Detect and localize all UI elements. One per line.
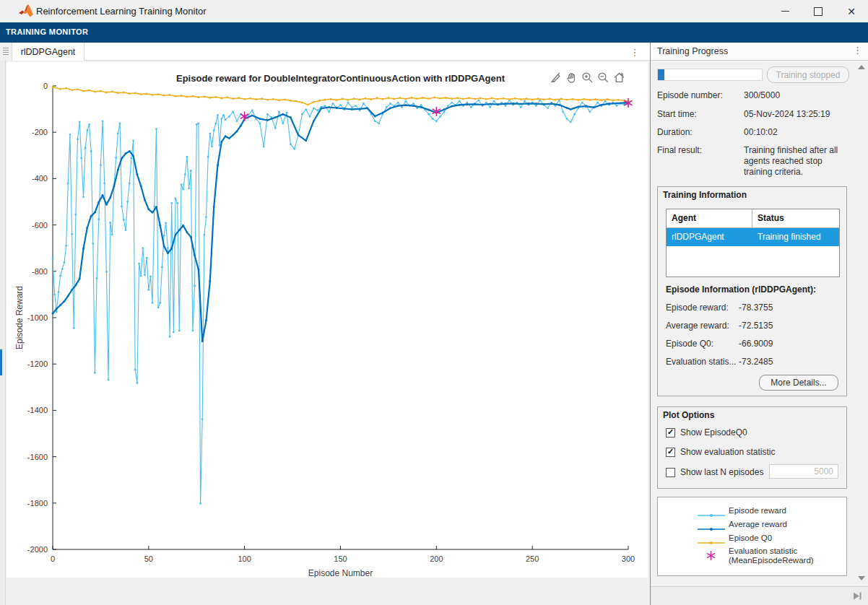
tab-overflow-kebab-icon[interactable]: ⋮: [628, 45, 642, 59]
episode-q0-value: -66.9009: [739, 339, 773, 349]
svg-text:Episode Number: Episode Number: [308, 568, 373, 578]
svg-text:-600: -600: [32, 221, 48, 230]
document-tab-bar: rlDDPGAgent ⋮: [0, 43, 650, 61]
legend-episode-reward-label: Episode reward: [729, 506, 786, 515]
duration-row: Duration: 00:10:02: [657, 127, 862, 138]
show-evaluation-statistic-checkbox[interactable]: [666, 448, 675, 457]
svg-text:-1000: -1000: [27, 313, 48, 322]
legend-episode-q0-label: Episode Q0: [729, 534, 772, 542]
pan-icon[interactable]: [565, 71, 578, 84]
scroll-down-icon[interactable]: [858, 576, 865, 580]
status-column-header[interactable]: Status: [752, 209, 839, 227]
show-episodeq0-checkbox[interactable]: [666, 428, 675, 438]
tab-rlddpgagent[interactable]: rlDDPGAgent: [12, 43, 84, 61]
legend-evaluation-statistic: Evaluation statistic (MeanEpisodeReward): [658, 547, 848, 567]
episode-reward-label: Episode reward:: [666, 302, 739, 313]
training-information-group: Training Information Agent Status rlDDPG…: [657, 186, 847, 396]
svg-text:100: 100: [238, 554, 251, 563]
minimize-button[interactable]: [768, 0, 802, 22]
episode-q0-swatch-icon: [698, 538, 725, 547]
figure-panel: 0-200-400-600-800-1000-1200-1400-1600-18…: [6, 62, 648, 578]
average-reward-row: Average reward: -72.5135: [666, 321, 773, 331]
grip-icon: [3, 48, 9, 56]
matlab-logo-icon: [19, 4, 33, 18]
episode-number-row: Episode number: 300/5000: [657, 90, 862, 101]
svg-text:300: 300: [622, 554, 635, 563]
show-episodeq0-label: Show EpisodeQ0: [680, 427, 747, 438]
table-row[interactable]: rlDDPGAgent Training finished: [667, 228, 839, 246]
duration-value: 00:10:02: [744, 127, 853, 138]
average-reward-label: Average reward:: [666, 321, 739, 331]
legend-average-reward-label: Average reward: [729, 520, 787, 528]
plot-options-group: Plot Options Show EpisodeQ0 Show evaluat…: [657, 406, 847, 489]
ribbon-tab-training-monitor[interactable]: TRAINING MONITOR: [6, 27, 88, 36]
zoom-in-icon[interactable]: [581, 71, 594, 84]
scroll-up-icon[interactable]: [858, 65, 865, 69]
evaluation-statistic-value: -73.2485: [739, 357, 773, 367]
show-evaluation-statistic-option[interactable]: Show evaluation statistic: [666, 447, 775, 457]
axes-toolbar: [549, 71, 626, 84]
zoom-out-icon[interactable]: [596, 71, 610, 84]
final-result-label: Final result:: [657, 145, 744, 178]
episode-reward-value: -78.3755: [739, 302, 773, 313]
chart-legend: Episode reward Average reward Episode Q0: [657, 497, 847, 576]
n-episodes-input[interactable]: [769, 464, 838, 479]
show-episodeq0-option[interactable]: Show EpisodeQ0: [666, 427, 747, 438]
agent-column-header[interactable]: Agent: [667, 209, 752, 227]
tab-grip-handle[interactable]: [0, 43, 12, 61]
svg-text:-400: -400: [32, 174, 48, 183]
skip-end-icon[interactable]: [853, 591, 862, 601]
duration-label: Duration:: [657, 127, 744, 138]
show-last-n-episodes-checkbox[interactable]: [666, 468, 675, 477]
training-chart: 0-200-400-600-800-1000-1200-1400-1600-18…: [6, 62, 648, 578]
final-result-value: Training finished after all agents reach…: [744, 145, 853, 178]
final-result-row: Final result: Training finished after al…: [657, 145, 862, 178]
svg-text:-200: -200: [32, 128, 48, 136]
svg-text:200: 200: [430, 554, 443, 563]
start-time-value: 05-Nov-2024 13:25:19: [744, 109, 853, 120]
svg-text:-2000: -2000: [27, 545, 48, 554]
vertical-scrollbar[interactable]: [856, 61, 867, 586]
home-icon[interactable]: [612, 71, 626, 84]
svg-text:-1800: -1800: [27, 499, 48, 508]
episode-q0-row: Episode Q0: -66.9009: [666, 339, 773, 349]
left-scroll-indicator[interactable]: [0, 349, 2, 375]
more-details-button[interactable]: More Details...: [759, 375, 838, 391]
document-area: 0-200-400-600-800-1000-1200-1400-1600-18…: [0, 61, 650, 605]
agent-status-table: Agent Status rlDDPGAgent Training finish…: [666, 209, 840, 277]
evaluation-statistic-asterisk-icon: [706, 550, 717, 562]
training-stopped-button[interactable]: Training stopped: [767, 66, 849, 83]
training-monitor-window: Reinforcement Learning Training Monitor …: [0, 0, 868, 605]
episode-reward-row: Episode reward: -78.3755: [666, 302, 773, 313]
average-reward-value: -72.5135: [739, 321, 773, 331]
show-last-n-episodes-option[interactable]: Show last N episodes: [666, 467, 763, 477]
panel-kebab-icon[interactable]: ⋮: [853, 45, 862, 56]
title-bar: Reinforcement Learning Training Monitor …: [0, 0, 868, 22]
maximize-button[interactable]: [802, 0, 835, 22]
plot-options-title: Plot Options: [658, 407, 846, 420]
training-progress-panel: Training Progress ⋮ Training stopped Epi…: [651, 43, 868, 605]
training-progress-bar: [657, 69, 763, 81]
start-time-label: Start time:: [657, 109, 744, 120]
toolstrip-ribbon: TRAINING MONITOR: [0, 22, 868, 43]
svg-text:Episode reward for DoubleInteg: Episode reward for DoubleIntegratorConti…: [176, 73, 505, 84]
show-last-n-episodes-label: Show last N episodes: [680, 467, 763, 477]
start-time-row: Start time: 05-Nov-2024 13:25:19: [657, 109, 862, 120]
agent-cell: rlDDPGAgent: [667, 228, 752, 246]
legend-episode-reward: Episode reward: [658, 504, 848, 518]
svg-text:-1200: -1200: [27, 360, 48, 368]
svg-text:-1600: -1600: [27, 453, 48, 461]
horizontal-scrollbar[interactable]: [651, 586, 868, 605]
legend-average-reward: Average reward: [658, 518, 848, 531]
svg-text:0: 0: [51, 554, 55, 563]
export-icon[interactable]: [549, 71, 563, 84]
episode-information-title: Episode Information (rlDDPGAgent):: [666, 284, 816, 295]
svg-text:50: 50: [144, 554, 153, 563]
window-title: Reinforcement Learning Training Monitor: [36, 6, 207, 17]
svg-text:-800: -800: [32, 267, 48, 276]
close-button[interactable]: ✕: [835, 0, 868, 22]
episode-number-value: 300/5000: [744, 90, 853, 101]
evaluation-statistic-label: Evaluation statis...: [666, 357, 739, 367]
panel-title: Training Progress: [657, 46, 728, 56]
episode-number-label: Episode number:: [657, 90, 744, 101]
